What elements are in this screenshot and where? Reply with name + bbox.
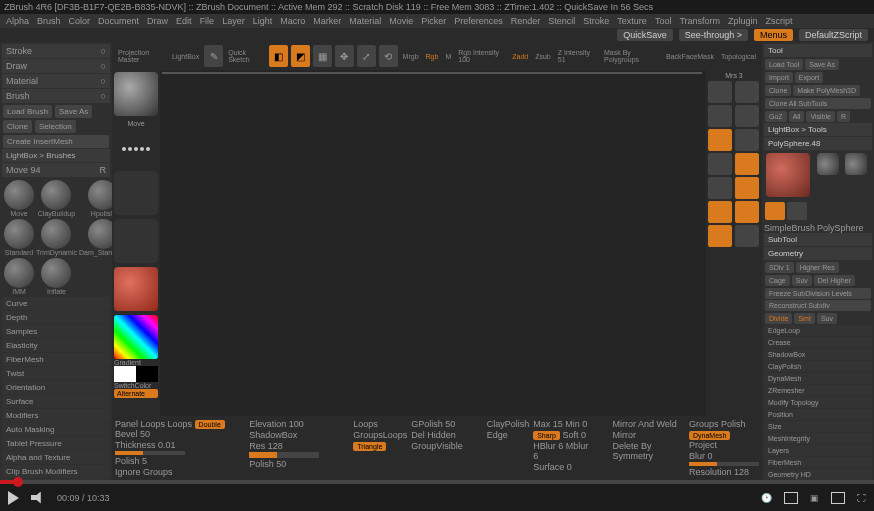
scale-nav-icon[interactable] [735,201,759,223]
move-icon[interactable]: ✥ [335,45,354,67]
create-insertmesh-button[interactable]: Create InsertMesh [3,135,109,148]
del-hidden-button[interactable]: Del Hidden [411,430,462,440]
floor-icon[interactable] [735,129,759,151]
triangle-toggle[interactable]: Triangle [353,442,386,451]
menu-stencil[interactable]: Stencil [548,16,575,26]
list-item[interactable]: DynaMesh [764,373,872,384]
thickness-slider[interactable]: Thickness 0.01 [115,440,245,450]
brush-thumb[interactable]: Standard [4,219,34,256]
xpose-icon[interactable] [708,177,732,199]
backfacemask[interactable]: BackFaceMask [664,53,716,60]
max-min-slider[interactable]: Max 15 Min 0 [533,419,588,429]
clone-brush-button[interactable]: Clone [3,120,32,133]
actual-icon[interactable] [708,105,732,127]
tool-thumb-cylinder[interactable] [817,153,839,175]
list-item[interactable]: Depth [2,311,110,324]
youtube-icon[interactable]: ▣ [810,493,819,503]
color-swatches[interactable] [114,366,158,382]
material-preview[interactable] [114,267,158,311]
suv2-toggle[interactable]: Suv [817,313,837,324]
clone-tool-button[interactable]: Clone [765,85,791,96]
reconstruct-subdiv-button[interactable]: Reconstruct Subdiv [765,300,871,311]
local-icon[interactable] [708,153,732,175]
texture-preview[interactable] [114,219,158,263]
move-nav-icon[interactable] [708,201,732,223]
progress-bar[interactable] [0,480,874,484]
menu-render[interactable]: Render [511,16,541,26]
groups-toggle[interactable]: Groups [689,419,719,429]
list-item[interactable]: MeshIntegrity [764,433,872,444]
export-button[interactable]: Export [795,72,823,83]
list-item[interactable]: Geometry HD [764,469,872,480]
quicksketch-icon[interactable]: ✎ [204,45,223,67]
smt-toggle[interactable]: Smt [794,313,814,324]
subtool-header[interactable]: SubTool [764,233,872,246]
freeze-subdiv-button[interactable]: Freeze SubDivision Levels [765,288,871,299]
suv-button[interactable]: Suv [792,275,812,286]
menu-stroke[interactable]: Stroke [583,16,609,26]
settings-icon[interactable] [784,492,798,504]
lightbox-tools-header[interactable]: LightBox > Tools [764,123,872,136]
zoom-icon[interactable] [735,81,759,103]
bevel-slider[interactable]: Bevel 50 [115,429,150,439]
tool-thumb-active[interactable] [766,153,810,197]
pframe-icon[interactable] [735,177,759,199]
menu-color[interactable]: Color [69,16,91,26]
zsub-button[interactable]: Zsub [533,53,553,60]
alternate-button[interactable]: Alternate [114,389,158,398]
switchcolor-button[interactable]: SwitchColor [114,382,158,389]
mirror-weld-button[interactable]: Mirror And Weld [612,419,685,429]
menu-material[interactable]: Material [349,16,381,26]
draw-icon[interactable]: ▦ [313,45,332,67]
list-item[interactable]: Tablet Pressure [2,437,110,450]
alpha-preview[interactable] [114,171,158,215]
menu-draw[interactable]: Draw [147,16,168,26]
project-toggle[interactable]: Project [689,440,717,450]
list-item[interactable]: Position [764,409,872,420]
menu-texture[interactable]: Texture [617,16,647,26]
mask-polygroups[interactable]: Mask By Polygroups [602,49,661,63]
clone-all-subtools-button[interactable]: Clone All SubTools [765,98,871,109]
tool-header[interactable]: Tool [764,44,872,57]
brush-thumb[interactable]: ClayBuildup [36,180,77,217]
list-item[interactable]: Alpha and Texture [2,451,110,464]
defaultzscript-button[interactable]: DefaultZScript [799,29,868,41]
projection-master-button[interactable]: Projection Master [116,49,167,63]
res-slider[interactable]: Res 128 [249,441,319,451]
tool-thumb-polysphere[interactable] [845,153,867,175]
seethrough-slider[interactable]: See-through > [679,29,748,41]
persp-icon[interactable] [708,129,732,151]
rgb-button[interactable]: Rgb [424,53,441,60]
menu-document[interactable]: Document [98,16,139,26]
xyz-icon[interactable] [735,225,759,247]
brush-thumb[interactable]: Dam_Standard [79,219,112,256]
brush-section[interactable]: Brush○ [2,89,110,103]
list-item[interactable]: Auto Masking [2,423,110,436]
menu-alpha[interactable]: Alpha [6,16,29,26]
sdiv-slider[interactable]: SDiv 1 [765,262,794,273]
menu-picker[interactable]: Picker [421,16,446,26]
list-item[interactable]: Elasticity [2,339,110,352]
polish-slider-2[interactable] [249,452,319,458]
list-item[interactable]: Modify Topology [764,397,872,408]
menus-toggle[interactable]: Menus [754,29,793,41]
load-brush-button[interactable]: Load Brush [3,105,52,118]
del-higher-button[interactable]: Del Higher [814,275,855,286]
color-picker[interactable] [114,315,158,359]
menu-tool[interactable]: Tool [655,16,672,26]
save-tool-button[interactable]: Save As [805,59,839,70]
brush-thumb[interactable]: Move [4,180,34,217]
list-item[interactable]: Surface [2,395,110,408]
double-toggle[interactable]: Double [195,420,225,429]
theater-icon[interactable] [831,492,845,504]
m-button[interactable]: M [443,53,453,60]
menu-transform[interactable]: Transform [679,16,720,26]
soft-slider[interactable]: Soft 0 [562,430,586,440]
bpr-icon[interactable]: ◧ [269,45,288,67]
list-item[interactable]: ClayPolish [764,361,872,372]
stroke-section[interactable]: Stroke○ [2,44,110,58]
frame-icon[interactable] [735,153,759,175]
lightbox-brushes-header[interactable]: LightBox > Brushes [2,149,110,162]
list-item[interactable]: ShadowBox [764,349,872,360]
list-item[interactable]: Twist [2,367,110,380]
